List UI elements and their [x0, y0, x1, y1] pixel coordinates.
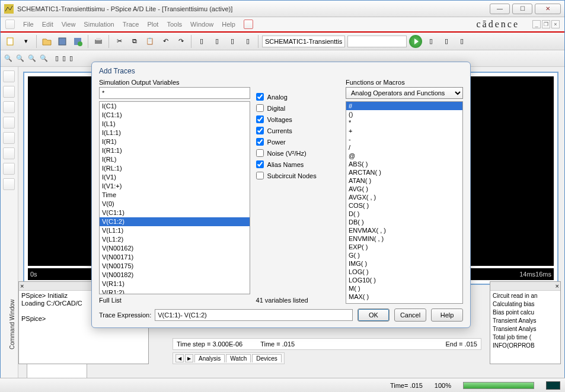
menu-simulation[interactable]: Simulation: [84, 21, 114, 28]
toolbar-icon-f[interactable]: ▯: [440, 35, 453, 48]
check-voltages[interactable]: Voltages: [256, 115, 340, 123]
toolbar-empty-field[interactable]: [347, 36, 407, 47]
variable-item[interactable]: V(N00171): [100, 253, 250, 262]
function-item[interactable]: ENVMAX( , ): [346, 226, 462, 234]
menu-edit[interactable]: Edit: [42, 21, 53, 28]
cmd-close-icon[interactable]: ×: [20, 282, 24, 290]
log-y-icon[interactable]: ▯: [62, 54, 66, 62]
side-icon-8[interactable]: [3, 178, 15, 190]
toolbar-icon-g[interactable]: ▯: [455, 35, 468, 48]
variable-item[interactable]: V(C1:1): [100, 208, 250, 217]
variable-item[interactable]: V(N00162): [100, 244, 250, 253]
function-item[interactable]: M( ): [346, 284, 462, 293]
redo-icon[interactable]: ↷: [174, 35, 187, 48]
variable-item[interactable]: V(C1:2): [100, 217, 250, 226]
print-icon[interactable]: [92, 35, 105, 48]
zoom-in-icon[interactable]: 🔍: [4, 54, 12, 62]
function-item[interactable]: DB( ): [346, 218, 462, 226]
save-plus-icon[interactable]: [71, 35, 84, 48]
menu-view[interactable]: View: [62, 21, 76, 28]
menu-trace[interactable]: Trace: [123, 21, 139, 28]
function-item[interactable]: ABS( ): [346, 160, 462, 168]
window-close-button[interactable]: ✕: [535, 4, 561, 14]
function-item[interactable]: MAX( ): [346, 293, 462, 301]
copy-icon[interactable]: ⧉: [128, 35, 141, 48]
trace-expression-input[interactable]: [155, 309, 353, 321]
variable-item[interactable]: V(R1:1): [100, 279, 250, 288]
variable-item[interactable]: V(L1:2): [100, 235, 250, 244]
run-button[interactable]: [409, 35, 422, 48]
mdi-minimize-icon[interactable]: _: [532, 20, 541, 28]
functions-dropdown[interactable]: Analog Operators and Functions: [346, 87, 463, 99]
function-item[interactable]: +: [346, 127, 462, 135]
function-item[interactable]: D( ): [346, 210, 462, 218]
check-analog[interactable]: Analog: [256, 93, 340, 101]
side-icon-7[interactable]: [3, 163, 15, 175]
menu-plot[interactable]: Plot: [147, 21, 158, 28]
toolbar-icon-a[interactable]: ▯: [195, 35, 208, 48]
side-icon-1[interactable]: [3, 70, 15, 82]
side-icon-2[interactable]: [3, 86, 15, 98]
help-button[interactable]: Help: [431, 309, 463, 322]
minimize-button[interactable]: —: [490, 4, 510, 14]
new-icon[interactable]: [4, 35, 17, 48]
function-item[interactable]: ENVMIN( , ): [346, 234, 462, 243]
function-item[interactable]: -: [346, 135, 462, 143]
function-item[interactable]: IMG( ): [346, 259, 462, 268]
variable-item[interactable]: I(L1:1): [100, 128, 250, 137]
toolbar-icon-b[interactable]: ▯: [210, 35, 224, 48]
zoom-fit-icon[interactable]: 🔍: [40, 54, 48, 62]
tabs-next-icon[interactable]: ▶: [185, 354, 193, 362]
fft-icon[interactable]: ▯: [69, 54, 73, 62]
function-item[interactable]: ARCTAN( ): [346, 168, 462, 176]
cut-icon[interactable]: ✂: [113, 35, 126, 48]
function-item[interactable]: LOG( ): [346, 268, 462, 276]
function-item[interactable]: @: [346, 152, 462, 160]
mdi-restore-icon[interactable]: ❐: [542, 20, 550, 28]
check-digital[interactable]: Digital: [256, 104, 340, 112]
side-icon-4[interactable]: [3, 117, 15, 128]
variable-item[interactable]: V(N00175): [100, 262, 250, 271]
paste-icon[interactable]: 📋: [143, 35, 157, 48]
function-item[interactable]: /: [346, 143, 462, 152]
tabs-prev-icon[interactable]: ◀: [175, 354, 184, 362]
toolbar-icon-e[interactable]: ▯: [424, 35, 438, 48]
check-power[interactable]: Power: [256, 138, 340, 146]
function-item[interactable]: LOG10( ): [346, 276, 462, 284]
variables-listbox[interactable]: I(C1)I(C1:1)I(L1)I(L1:1)I(R1)I(R1:1)I(RL…: [99, 101, 250, 294]
side-icon-5[interactable]: [3, 132, 15, 144]
ok-button[interactable]: OK: [357, 309, 390, 322]
zoom-area-icon[interactable]: 🔍: [28, 54, 36, 62]
messages-list[interactable]: Circuit read in anCalculating biasBias p…: [490, 291, 560, 351]
menu-window[interactable]: Window: [190, 21, 213, 28]
side-icon-6[interactable]: [3, 147, 15, 159]
variable-item[interactable]: I(RL): [100, 155, 250, 164]
variable-item[interactable]: I(V1): [100, 173, 250, 182]
cancel-button[interactable]: Cancel: [394, 309, 426, 322]
menu-help[interactable]: Help: [222, 21, 235, 28]
cascade-icon[interactable]: [244, 20, 253, 29]
check-alias[interactable]: Alias Names: [256, 160, 340, 168]
maximize-button[interactable]: ☐: [512, 4, 532, 14]
msgs-close-icon[interactable]: ×: [556, 282, 559, 290]
tab-analysis[interactable]: Analysis: [194, 354, 225, 362]
variable-item[interactable]: V(0): [100, 200, 250, 208]
toolbar-icon-d[interactable]: ▯: [241, 35, 254, 48]
variable-item[interactable]: I(V1:+): [100, 182, 250, 191]
toolbar-icon-c[interactable]: ▯: [226, 35, 239, 48]
variable-item[interactable]: V(L1:1): [100, 226, 250, 235]
log-x-icon[interactable]: ▯: [55, 54, 59, 62]
variable-item[interactable]: Time: [100, 191, 250, 200]
variable-item[interactable]: I(RL:1): [100, 164, 250, 173]
tab-devices[interactable]: Devices: [252, 354, 282, 362]
menu-file[interactable]: File: [23, 21, 34, 28]
function-item[interactable]: G( ): [346, 251, 462, 259]
check-currents[interactable]: Currents: [256, 127, 340, 134]
function-item[interactable]: #: [346, 102, 462, 110]
new-dd-icon[interactable]: ▾: [20, 35, 33, 48]
function-item[interactable]: AVGX( , ): [346, 193, 462, 201]
variable-item[interactable]: V(R1:2): [100, 288, 250, 294]
function-item[interactable]: EXP( ): [346, 243, 462, 251]
zoom-out-icon[interactable]: 🔍: [16, 54, 24, 62]
function-item[interactable]: *: [346, 118, 462, 127]
